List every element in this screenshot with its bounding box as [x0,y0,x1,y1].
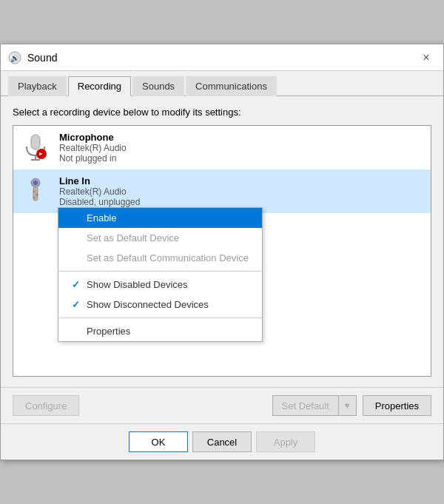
linein-sub2: Disabled, unplugged [59,197,140,207]
ctx-separator-2 [58,317,262,318]
ctx-separator-1 [58,271,262,272]
ctx-show-disabled-check: ✓ [72,279,84,290]
microphone-info: Microphone Realtek(R) Audio Not plugged … [59,132,127,164]
linein-sub1: Realtek(R) Audio [59,187,140,197]
svg-point-11 [36,193,38,195]
title-bar: 🔊 Sound × [1,44,443,71]
close-button[interactable]: × [417,48,436,67]
instruction-text: Select a recording device below to modif… [13,107,431,118]
sound-dialog: 🔊 Sound × Playback Recording Sounds Comm… [0,44,444,460]
apply-button[interactable]: Apply [256,431,315,452]
microphone-name: Microphone [59,132,127,143]
ctx-show-disconnected[interactable]: ✓ Show Disconnected Devices [58,295,262,315]
svg-point-12 [33,196,36,198]
tab-sounds[interactable]: Sounds [132,76,184,96]
ctx-show-disconnected-check: ✓ [72,299,84,310]
linein-name: Line In [59,175,140,187]
linein-icon [21,177,50,206]
microphone-sub2: Not plugged in [59,153,127,164]
svg-point-8 [33,181,38,185]
set-default-button: Set Default [272,395,338,416]
tab-bar: Playback Recording Sounds Communications [1,71,443,96]
linein-info: Line In Realtek(R) Audio Disabled, unplu… [59,175,140,207]
footer: OK Cancel Apply [1,423,443,460]
microphone-sub1: Realtek(R) Audio [59,143,127,153]
tab-recording[interactable]: Recording [68,76,131,96]
devices-list[interactable]: Microphone Realtek(R) Audio Not plugged … [13,125,431,377]
device-microphone[interactable]: Microphone Realtek(R) Audio Not plugged … [13,126,431,169]
ctx-set-default: Set as Default Device [58,228,262,248]
ctx-show-disabled[interactable]: ✓ Show Disabled Devices [58,275,262,295]
set-default-group: Set Default ▼ [272,395,357,416]
window-title: Sound [27,52,417,64]
ctx-enable[interactable]: Enable [58,208,262,228]
sound-icon: 🔊 [8,51,21,64]
ctx-properties[interactable]: Properties [58,321,262,341]
cancel-button[interactable]: Cancel [192,431,252,452]
bottom-bar: Configure Set Default ▼ Properties [1,387,443,423]
properties-button[interactable]: Properties [363,395,431,416]
configure-button[interactable]: Configure [13,395,79,416]
svg-rect-2 [31,135,40,149]
set-default-arrow: ▼ [338,395,357,416]
content-area: Select a recording device below to modif… [1,96,443,387]
svg-point-10 [33,190,36,192]
microphone-icon [21,133,50,163]
svg-text:🔊: 🔊 [10,53,20,63]
ctx-set-default-comm: Set as Default Communication Device [58,248,262,268]
tab-playback[interactable]: Playback [8,76,67,96]
ok-button[interactable]: OK [129,431,188,452]
context-menu: Enable Set as Default Device Set as Defa… [58,207,263,342]
tab-communications[interactable]: Communications [186,76,277,96]
